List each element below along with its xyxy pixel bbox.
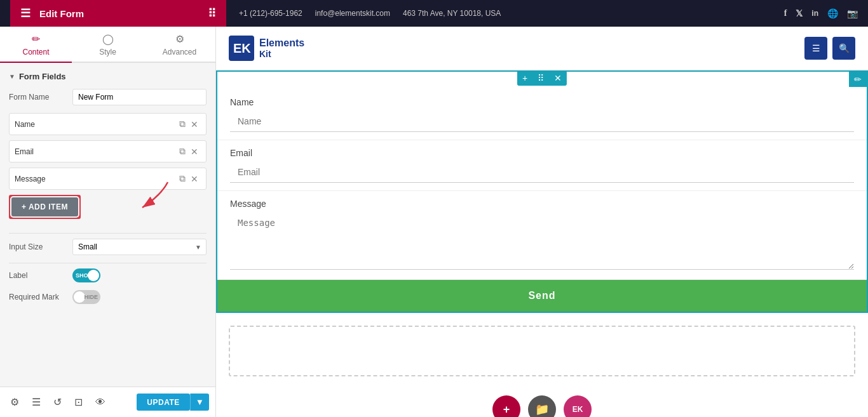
ek-logo-svg: EK (232, 39, 251, 58)
facebook-icon[interactable]: f (784, 8, 787, 18)
add-item-highlight: + ADD ITEM (9, 195, 81, 219)
left-panel: ✏ Content ◯ Style ⚙ Advanced ▼ Form Fiel… (0, 27, 216, 417)
globe-icon[interactable]: 🌐 (827, 8, 838, 18)
form-name-label: Form Name (9, 93, 72, 102)
label-toggle-label: Label (9, 271, 72, 280)
update-button[interactable]: UPDATE (137, 394, 189, 411)
form-display: Name Email Message Send (217, 89, 867, 312)
required-mark-text: HIDE (84, 294, 98, 300)
label-toggle-text: SHOW (76, 272, 93, 279)
tab-content[interactable]: ✏ Content (0, 27, 72, 63)
tab-advanced-label: Advanced (163, 48, 196, 56)
section-title: Form Fields (19, 72, 66, 81)
canvas-bottom (216, 313, 868, 389)
advanced-tab-icon: ⚙ (175, 33, 184, 45)
required-mark-slider: HIDE (72, 290, 100, 304)
tab-style[interactable]: ◯ Style (72, 27, 144, 63)
style-tab-icon: ◯ (102, 33, 114, 45)
field-message-copy-btn[interactable]: ⧉ (177, 172, 188, 185)
tabs: ✏ Content ◯ Style ⚙ Advanced (0, 27, 215, 63)
section-collapse-arrow[interactable]: ▼ (9, 73, 15, 80)
field-message-label: Message (15, 175, 177, 183)
fab-add-btn[interactable]: + (492, 395, 520, 417)
add-item-button[interactable]: + ADD ITEM (11, 197, 78, 216)
label-toggle-row: Label SHOW (9, 268, 207, 282)
update-btn-group: UPDATE ▼ (137, 394, 209, 411)
widget-toolbar: + ⠿ ✕ (517, 70, 567, 86)
field-email-delete-btn[interactable]: ✕ (188, 145, 201, 158)
email: info@elementskit.com (315, 9, 390, 18)
form-canvas: + ⠿ ✕ ✏ Name (216, 70, 868, 313)
top-bar: ☰ Edit Form ⠿ +1 (212)-695-1962 info@ele… (0, 0, 868, 27)
form-edit-pencil-btn[interactable]: ✏ (849, 72, 867, 87)
field-email-copy-btn[interactable]: ⧉ (177, 145, 188, 158)
input-size-row: Input Size Small Medium Large ▼ (9, 239, 207, 255)
responsive-toolbar-btn[interactable]: ⊡ (71, 394, 86, 411)
input-size-select[interactable]: Small Medium Large (72, 239, 207, 255)
canvas-name-label: Name (230, 97, 854, 107)
bottom-toolbar: ⚙ ☰ ↺ ⊡ 👁 UPDATE ▼ (0, 387, 215, 417)
send-label: Send (528, 290, 555, 301)
widget-move-btn[interactable]: ⠿ (532, 70, 549, 86)
hamburger-icon[interactable]: ☰ (20, 6, 31, 20)
canvas-message-label: Message (230, 199, 854, 209)
add-item-container: + ADD ITEM (9, 195, 81, 219)
field-email-label: Email (15, 147, 177, 156)
preview-toolbar-btn[interactable]: 👁 (92, 394, 109, 411)
required-mark-row: Required Mark HIDE (9, 290, 207, 304)
layers-toolbar-btn[interactable]: ☰ (28, 394, 44, 411)
section-header: ▼ Form Fields (9, 72, 207, 81)
divider-1 (9, 233, 207, 234)
linkedin-icon[interactable]: in (811, 9, 818, 18)
tab-advanced[interactable]: ⚙ Advanced (144, 27, 215, 63)
svg-text:EK: EK (233, 41, 251, 55)
field-items-list: Name ⧉ ✕ Email ⧉ ✕ Message ⧉ ✕ (9, 113, 207, 190)
close-icon: ✕ (554, 73, 562, 83)
dashed-placeholder (229, 326, 855, 376)
right-panel: EK Elements Kit ☰ 🔍 + ⠿ (216, 27, 868, 417)
form-name-input[interactable] (72, 89, 207, 105)
widget-add-btn[interactable]: + (517, 70, 532, 86)
canvas-email-label: Email (230, 148, 854, 158)
phone: +1 (212)-695-1962 (239, 9, 302, 18)
update-label: UPDATE (147, 398, 179, 407)
ek-search-btn[interactable]: 🔍 (832, 37, 855, 60)
field-message-delete-btn[interactable]: ✕ (188, 173, 201, 185)
field-name-label: Name (15, 120, 177, 129)
main-layout: ✏ Content ◯ Style ⚙ Advanced ▼ Form Fiel… (0, 27, 868, 417)
canvas-message-field: Message (217, 191, 867, 280)
required-mark-toggle[interactable]: HIDE (72, 290, 100, 304)
social-links: f 𝕏 in 🌐 📷 (784, 8, 858, 18)
history-toolbar-btn[interactable]: ↺ (50, 394, 65, 411)
widget-close-btn[interactable]: ✕ (549, 70, 567, 86)
canvas-send-button[interactable]: Send (217, 280, 867, 312)
ek-logo-icon: EK (229, 36, 254, 61)
fab-folder-btn[interactable]: 📁 (528, 395, 556, 417)
ek-header: EK Elements Kit ☰ 🔍 (216, 27, 868, 70)
tab-content-label: Content (22, 48, 49, 56)
label-toggle-switch[interactable]: SHOW (72, 268, 100, 282)
field-item-name: Name ⧉ ✕ (9, 113, 207, 135)
canvas-name-field: Name (217, 89, 867, 140)
canvas-name-input[interactable] (230, 111, 854, 132)
fab-bar: + 📁 EK (216, 389, 868, 417)
input-size-label: Input Size (9, 242, 72, 251)
move-icon: ⠿ (538, 73, 544, 83)
twitter-icon[interactable]: 𝕏 (796, 8, 803, 18)
field-name-copy-btn[interactable]: ⧉ (177, 117, 188, 131)
settings-toolbar-btn[interactable]: ⚙ (6, 394, 23, 411)
tab-style-label: Style (99, 48, 116, 56)
field-item-message: Message ⧉ ✕ (9, 168, 207, 190)
add-item-label: + ADD ITEM (22, 202, 68, 211)
ek-menu-btn[interactable]: ☰ (804, 37, 827, 60)
instagram-icon[interactable]: 📷 (847, 8, 858, 18)
content-tab-icon: ✏ (32, 33, 40, 45)
field-name-delete-btn[interactable]: ✕ (188, 118, 201, 131)
fab-ek-btn[interactable]: EK (564, 395, 592, 417)
update-dropdown-btn[interactable]: ▼ (190, 394, 209, 411)
grid-icon[interactable]: ⠿ (208, 6, 216, 20)
canvas-message-textarea[interactable] (230, 213, 854, 270)
form-wrapper: ✏ Name Email Message (216, 70, 868, 313)
ek-brand-subname: Kit (259, 49, 304, 59)
canvas-email-input[interactable] (230, 162, 854, 183)
